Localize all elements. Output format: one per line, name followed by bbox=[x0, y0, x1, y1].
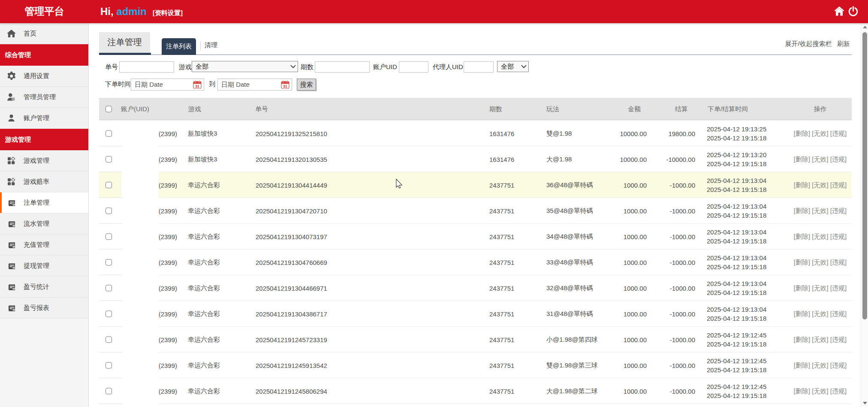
svg-text:31: 31 bbox=[283, 84, 287, 88]
svg-text:31: 31 bbox=[195, 84, 199, 88]
